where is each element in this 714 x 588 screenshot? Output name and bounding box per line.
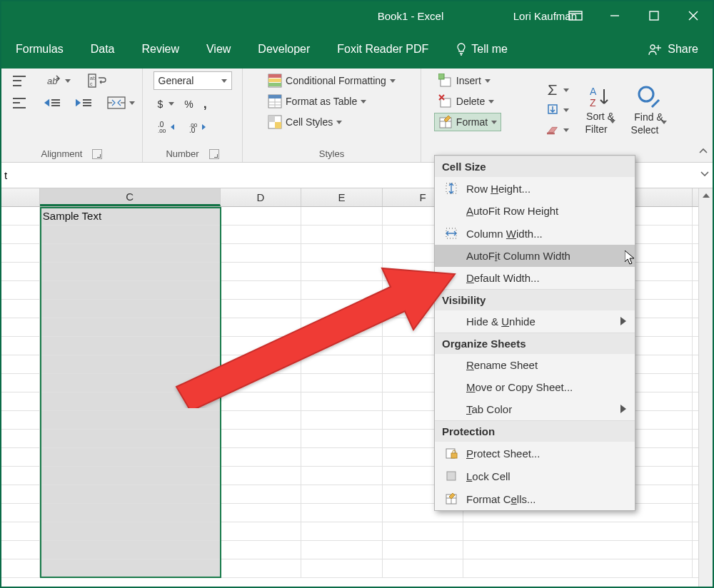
cell[interactable] bbox=[1, 411, 40, 429]
cell[interactable] bbox=[221, 318, 302, 336]
expand-formula-bar-icon[interactable] bbox=[700, 168, 710, 181]
cell[interactable] bbox=[383, 559, 464, 577]
cell[interactable] bbox=[1, 244, 40, 262]
dropdown-item[interactable]: Protect Sheet... bbox=[435, 442, 635, 465]
cell[interactable] bbox=[40, 522, 221, 540]
cell[interactable] bbox=[221, 522, 302, 540]
cell[interactable] bbox=[1, 263, 40, 280]
cell[interactable] bbox=[40, 374, 221, 392]
increase-indent-button[interactable] bbox=[71, 94, 96, 111]
cell[interactable] bbox=[301, 318, 383, 336]
cell[interactable] bbox=[301, 207, 383, 225]
cell[interactable] bbox=[463, 522, 693, 540]
dropdown-item[interactable]: Move or Copy Sheet... bbox=[435, 376, 635, 398]
autosum-button[interactable] bbox=[543, 81, 573, 98]
column-header[interactable]: D bbox=[221, 188, 302, 206]
tab-view[interactable]: View bbox=[206, 43, 231, 56]
cell[interactable] bbox=[40, 541, 221, 559]
cell[interactable] bbox=[40, 281, 221, 299]
cell[interactable] bbox=[301, 448, 383, 466]
tell-me[interactable]: Tell me bbox=[456, 43, 508, 56]
align-top-button[interactable] bbox=[9, 72, 33, 89]
find-select-button[interactable]: Find & Select bbox=[627, 82, 671, 138]
delete-cells-button[interactable]: Delete bbox=[434, 92, 498, 111]
tab-foxit[interactable]: Foxit Reader PDF bbox=[337, 43, 428, 56]
cell[interactable] bbox=[301, 392, 383, 410]
cell[interactable] bbox=[1, 559, 40, 577]
decrease-indent-button[interactable] bbox=[40, 94, 64, 111]
cell[interactable] bbox=[221, 355, 302, 373]
cell[interactable] bbox=[301, 281, 383, 299]
column-header[interactable]: C bbox=[40, 188, 221, 206]
cell[interactable] bbox=[221, 207, 302, 225]
cell[interactable] bbox=[40, 411, 221, 429]
cell[interactable] bbox=[40, 318, 221, 336]
tab-review[interactable]: Review bbox=[141, 43, 178, 56]
cell[interactable] bbox=[221, 559, 302, 577]
cell[interactable] bbox=[221, 485, 302, 503]
percent-button[interactable]: % bbox=[180, 94, 197, 113]
number-format-dropdown[interactable]: General bbox=[154, 71, 232, 90]
cell[interactable] bbox=[40, 430, 221, 447]
minimize-button[interactable] bbox=[595, 1, 634, 30]
align-left-button[interactable] bbox=[9, 94, 33, 111]
column-header[interactable] bbox=[1, 188, 40, 206]
collapse-ribbon-icon[interactable] bbox=[698, 146, 708, 159]
cell[interactable] bbox=[221, 244, 302, 262]
cell[interactable] bbox=[301, 504, 383, 522]
cell[interactable] bbox=[383, 541, 464, 559]
decrease-decimal-button[interactable]: .00.0 bbox=[185, 118, 212, 135]
dropdown-item[interactable]: Row Height... bbox=[435, 177, 635, 200]
cell[interactable] bbox=[221, 263, 302, 280]
insert-cells-button[interactable]: Insert bbox=[434, 71, 495, 90]
cell[interactable] bbox=[40, 337, 221, 355]
fill-button[interactable] bbox=[543, 101, 573, 118]
cell[interactable] bbox=[221, 430, 302, 447]
dropdown-item[interactable]: Lock Cell bbox=[435, 465, 635, 487]
cell[interactable] bbox=[221, 281, 302, 299]
cell[interactable] bbox=[1, 448, 40, 466]
cell[interactable] bbox=[1, 281, 40, 299]
cell[interactable] bbox=[301, 374, 383, 392]
currency-button[interactable]: $ bbox=[154, 94, 179, 113]
cell[interactable] bbox=[1, 467, 40, 485]
cell[interactable] bbox=[221, 504, 302, 522]
cell[interactable] bbox=[40, 300, 221, 318]
cell[interactable] bbox=[463, 559, 693, 577]
cell[interactable] bbox=[301, 430, 383, 447]
cell[interactable] bbox=[1, 374, 40, 392]
cell[interactable] bbox=[40, 467, 221, 485]
cell[interactable] bbox=[221, 374, 302, 392]
cell[interactable] bbox=[40, 485, 221, 503]
cell[interactable] bbox=[301, 467, 383, 485]
cell[interactable] bbox=[301, 355, 383, 373]
dropdown-item[interactable]: AutoFit Row Height bbox=[435, 200, 635, 222]
cell[interactable] bbox=[1, 300, 40, 318]
cell[interactable] bbox=[1, 504, 40, 522]
cell[interactable] bbox=[463, 541, 693, 559]
alignment-dialog-launcher[interactable] bbox=[92, 149, 102, 159]
merge-center-button[interactable] bbox=[103, 94, 139, 111]
close-button[interactable] bbox=[673, 1, 713, 30]
cell[interactable] bbox=[221, 392, 302, 410]
dropdown-item[interactable]: Tab Color bbox=[435, 398, 635, 420]
cell[interactable] bbox=[1, 430, 40, 447]
cell[interactable] bbox=[301, 337, 383, 355]
cell[interactable] bbox=[1, 318, 40, 336]
comma-button[interactable]: ‚ bbox=[199, 94, 211, 113]
column-header[interactable]: E bbox=[301, 188, 383, 206]
cell-styles-button[interactable]: Cell Styles bbox=[263, 113, 346, 131]
cell[interactable] bbox=[1, 522, 40, 540]
cell[interactable] bbox=[1, 207, 40, 225]
wrap-text-button[interactable]: abc bbox=[84, 71, 111, 90]
cell[interactable] bbox=[40, 225, 221, 243]
format-as-table-button[interactable]: Format as Table bbox=[263, 92, 371, 111]
dropdown-item[interactable]: AutoFit Column Width bbox=[435, 245, 635, 267]
sort-filter-button[interactable]: AZ Sort & Filter bbox=[580, 83, 619, 137]
cell[interactable] bbox=[301, 225, 383, 243]
cell[interactable] bbox=[1, 225, 40, 243]
cell[interactable] bbox=[301, 559, 383, 577]
ribbon-display-options-icon[interactable] bbox=[555, 1, 595, 30]
vertical-scrollbar[interactable] bbox=[698, 188, 713, 587]
cell[interactable]: Sample Text bbox=[40, 207, 221, 225]
